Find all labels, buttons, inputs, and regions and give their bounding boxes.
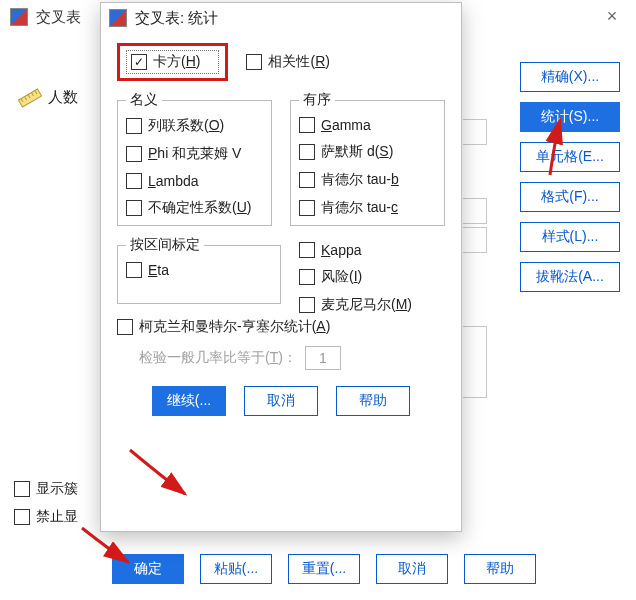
show-cluster-checkbox[interactable] — [14, 481, 30, 497]
nominal-legend: 名义 — [126, 91, 162, 109]
parent-bottom-bar: 确定 粘贴(... 重置(... 取消 帮助 — [112, 554, 536, 584]
interval-group: 按区间标定 Eta — [117, 236, 281, 304]
listbox-fragment — [463, 119, 487, 145]
field-label-people[interactable]: 人数 — [48, 88, 78, 107]
ordinal-group: 有序 Gamma 萨默斯 d(S) 肯德尔 tau-b 肯德尔 tau-c — [290, 91, 445, 226]
gamma-label: Gamma — [321, 117, 371, 133]
odds-ratio-input: 1 — [305, 346, 341, 370]
odds-ratio-row: 检验一般几率比等于(T)： 1 — [139, 346, 445, 370]
kendall-tau-c-label: 肯德尔 tau-c — [321, 199, 398, 217]
kappa-label: Kappa — [321, 242, 362, 258]
eta-checkbox[interactable] — [126, 262, 142, 278]
app-icon — [109, 9, 127, 27]
suppress-display-checkbox[interactable] — [14, 509, 30, 525]
cells-button[interactable]: 单元格(E... — [520, 142, 620, 172]
child-cancel-button[interactable]: 取消 — [244, 386, 318, 416]
lambda-label: Lambda — [148, 173, 199, 189]
kendall-tau-c-checkbox[interactable] — [299, 200, 315, 216]
chi-square-highlight: ✓ 卡方(H) — [117, 43, 228, 81]
somers-d-label: 萨默斯 d(S) — [321, 143, 393, 161]
bootstrap-button[interactable]: 拔靴法(A... — [520, 262, 620, 292]
listbox-fragment — [463, 326, 487, 398]
cmh-label: 柯克兰和曼特尔-亨塞尔统计(A) — [139, 318, 330, 336]
style-button[interactable]: 样式(L)... — [520, 222, 620, 252]
kappa-checkbox[interactable] — [299, 242, 315, 258]
phi-cramer-checkbox[interactable] — [126, 146, 142, 162]
nominal-group: 名义 列联系数(O) Phi 和克莱姆 V Lambda 不确定性系数(U) — [117, 91, 272, 226]
correlations-checkbox[interactable] — [246, 54, 262, 70]
child-help-button[interactable]: 帮助 — [336, 386, 410, 416]
listbox-fragment — [463, 227, 487, 253]
app-icon — [10, 8, 28, 26]
phi-cramer-label: Phi 和克莱姆 V — [148, 145, 241, 163]
risk-checkbox[interactable] — [299, 269, 315, 285]
parent-side-buttons: 精确(X)... 统计(S)... 单元格(E... 格式(F)... 样式(L… — [520, 62, 620, 292]
risk-label: 风险(I) — [321, 268, 362, 286]
uncertainty-coef-label: 不确定性系数(U) — [148, 199, 251, 217]
mcnemar-checkbox[interactable] — [299, 297, 315, 313]
uncertainty-coef-checkbox[interactable] — [126, 200, 142, 216]
continue-button[interactable]: 继续(... — [152, 386, 226, 416]
suppress-display-label: 禁止显 — [36, 508, 78, 526]
kendall-tau-b-label: 肯德尔 tau-b — [321, 171, 399, 189]
interval-legend: 按区间标定 — [126, 236, 204, 254]
parent-title: 交叉表 — [36, 8, 81, 27]
somers-d-checkbox[interactable] — [299, 144, 315, 160]
correlations-label: 相关性(R) — [268, 53, 329, 71]
contingency-coef-label: 列联系数(O) — [148, 117, 224, 135]
paste-button[interactable]: 粘贴(... — [200, 554, 272, 584]
contingency-coef-checkbox[interactable] — [126, 118, 142, 134]
close-icon[interactable]: × — [602, 6, 622, 26]
ok-button[interactable]: 确定 — [112, 554, 184, 584]
reset-button[interactable]: 重置(... — [288, 554, 360, 584]
statistics-button[interactable]: 统计(S)... — [520, 102, 620, 132]
listbox-fragment — [463, 198, 487, 224]
ordinal-legend: 有序 — [299, 91, 335, 109]
eta-label: Eta — [148, 262, 169, 278]
format-button[interactable]: 格式(F)... — [520, 182, 620, 212]
parent-bottom-checks: 显示簇 禁止显 — [14, 480, 78, 526]
cancel-button[interactable]: 取消 — [376, 554, 448, 584]
child-bottom-bar: 继续(... 取消 帮助 — [117, 386, 445, 416]
mcnemar-label: 麦克尼马尔(M) — [321, 296, 412, 314]
cmh-checkbox[interactable] — [117, 319, 133, 335]
kendall-tau-b-checkbox[interactable] — [299, 172, 315, 188]
child-title: 交叉表: 统计 — [135, 9, 218, 28]
statistics-dialog: 交叉表: 统计 ✓ 卡方(H) 相关性(R) 名义 列联系数(O) Phi 和克 — [100, 2, 462, 532]
help-button[interactable]: 帮助 — [464, 554, 536, 584]
show-cluster-label: 显示簇 — [36, 480, 78, 498]
chi-square-label: 卡方(H) — [153, 53, 200, 71]
lambda-checkbox[interactable] — [126, 173, 142, 189]
child-titlebar: 交叉表: 统计 — [101, 3, 461, 33]
gamma-checkbox[interactable] — [299, 117, 315, 133]
chi-square-checkbox[interactable]: ✓ — [131, 54, 147, 70]
ruler-icon — [18, 86, 42, 110]
odds-ratio-label: 检验一般几率比等于(T)： — [139, 349, 297, 367]
exact-button[interactable]: 精确(X)... — [520, 62, 620, 92]
